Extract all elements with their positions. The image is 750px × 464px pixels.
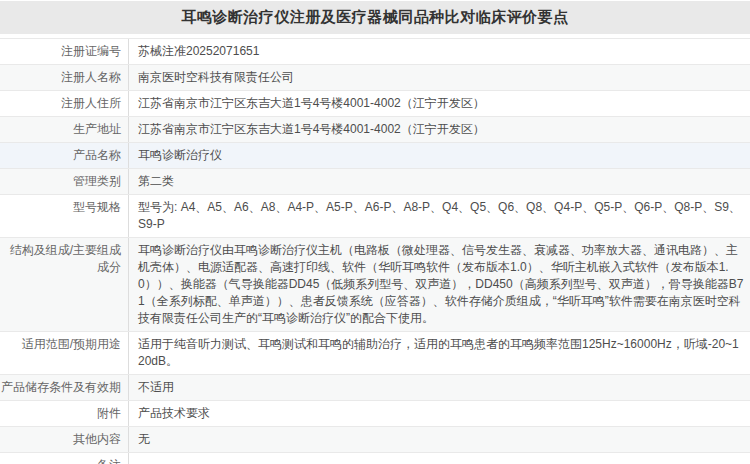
row-label: 附件 [0, 401, 129, 426]
row-label: 产品储存条件及有效期 [0, 375, 129, 400]
page-title: 耳鸣诊断治疗仪注册及医疗器械同品种比对临床评价要点 [0, 1, 750, 34]
row-label: 管理类别 [0, 169, 129, 194]
row-label: 其他内容 [0, 427, 129, 452]
table-row: 备注 [0, 453, 750, 464]
table-row: 适用范围/预期用途适用于纯音听力测试、耳鸣测试和耳鸣的辅助治疗，适用的耳鸣患者的… [0, 332, 750, 375]
table-row: 产品储存条件及有效期不适用 [0, 375, 750, 401]
row-label: 注册人名称 [0, 65, 129, 90]
row-label: 适用范围/预期用途 [0, 332, 129, 374]
table-row: 型号规格型号为: A4、A5、A6、A8、A4-P、A5-P、A6-P、A8-P… [0, 195, 750, 238]
row-value: 无 [129, 427, 750, 452]
page-title-text: 耳鸣诊断治疗仪注册及医疗器械同品种比对临床评价要点 [181, 8, 569, 27]
row-value: 耳鸣诊断治疗仪由耳鸣诊断治疗仪主机（电路板（微处理器、信号发生器、衰减器、功率放… [129, 238, 750, 331]
row-label: 型号规格 [0, 195, 129, 237]
row-value [129, 453, 750, 464]
registration-info-table: 注册证编号苏械注准20252071651注册人名称南京医时空科技有限责任公司注册… [0, 38, 750, 464]
table-row: 结构及组成/主要组成成分耳鸣诊断治疗仪由耳鸣诊断治疗仪主机（电路板（微处理器、信… [0, 238, 750, 332]
table-row: 生产地址江苏省南京市江宁区东吉大道1号4号楼4001-4002（江宁开发区） [0, 117, 750, 143]
row-value: 不适用 [129, 375, 750, 400]
row-value: 第二类 [129, 169, 750, 194]
table-row: 其他内容无 [0, 427, 750, 453]
row-value: 江苏省南京市江宁区东吉大道1号4号楼4001-4002（江宁开发区） [129, 91, 750, 116]
row-label: 注册证编号 [0, 39, 129, 64]
table-row: 管理类别第二类 [0, 169, 750, 195]
row-value: 江苏省南京市江宁区东吉大道1号4号楼4001-4002（江宁开发区） [129, 117, 750, 142]
table-row: 注册证编号苏械注准20252071651 [0, 39, 750, 65]
table-row: 附件产品技术要求 [0, 401, 750, 427]
row-value: 适用于纯音听力测试、耳鸣测试和耳鸣的辅助治疗，适用的耳鸣患者的耳鸣频率范围125… [129, 332, 750, 374]
row-value: 南京医时空科技有限责任公司 [129, 65, 750, 90]
table-row: 注册人名称南京医时空科技有限责任公司 [0, 65, 750, 91]
row-label: 生产地址 [0, 117, 129, 142]
table-row: 产品名称耳鸣诊断治疗仪 [0, 143, 750, 169]
row-label: 备注 [0, 453, 129, 464]
row-label: 注册人住所 [0, 91, 129, 116]
row-value: 耳鸣诊断治疗仪 [129, 143, 750, 168]
table-row: 注册人住所江苏省南京市江宁区东吉大道1号4号楼4001-4002（江宁开发区） [0, 91, 750, 117]
row-label: 产品名称 [0, 143, 129, 168]
row-value: 苏械注准20252071651 [129, 39, 750, 64]
row-value: 型号为: A4、A5、A6、A8、A4-P、A5-P、A6-P、A8-P、Q4、… [129, 195, 750, 237]
row-label: 结构及组成/主要组成成分 [0, 238, 129, 331]
row-value: 产品技术要求 [129, 401, 750, 426]
